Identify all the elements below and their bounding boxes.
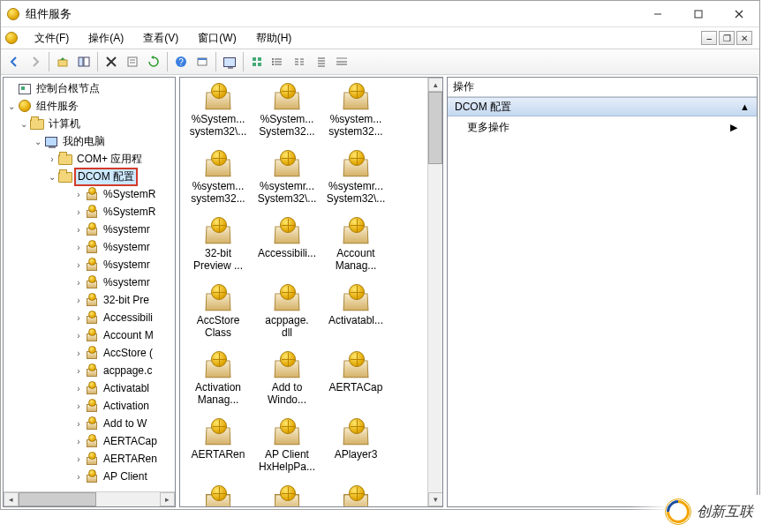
list-item[interactable]: acppage.dll — [253, 284, 321, 351]
list-item[interactable]: ActivationManag... — [184, 351, 253, 418]
twister-open-icon[interactable]: ⌄ — [32, 137, 44, 146]
tree-item[interactable]: ›AERTARen — [4, 450, 175, 468]
view-detail-icon[interactable] — [332, 52, 351, 71]
list-item[interactable] — [321, 485, 390, 506]
menu-window[interactable]: 窗口(W) — [192, 29, 241, 48]
tree-root[interactable]: 控制台根节点 — [4, 79, 175, 97]
view-small-icon[interactable] — [290, 52, 309, 71]
mdi-restore[interactable]: ❐ — [719, 31, 735, 45]
twister-open-icon[interactable]: ⌄ — [18, 119, 30, 129]
tree-item[interactable]: ›Accessibili — [4, 309, 175, 326]
twister-closed-icon[interactable]: › — [72, 366, 85, 376]
view-large-icon[interactable] — [268, 52, 288, 71]
list-item[interactable]: %system...system32... — [184, 150, 253, 217]
tree-item[interactable]: ›AP Client — [4, 468, 175, 485]
scroll-left-icon[interactable]: ◂ — [4, 492, 19, 506]
help-icon[interactable]: ? — [171, 52, 191, 71]
twister-closed-icon[interactable]: › — [72, 437, 85, 446]
nav-back[interactable] — [4, 52, 24, 71]
twister-closed-icon[interactable]: › — [72, 278, 85, 288]
list-item[interactable]: %System...System32... — [253, 83, 321, 150]
tree-comsvc[interactable]: ⌄ 组件服务 — [4, 97, 175, 115]
tree-item[interactable]: ›%systemr — [4, 256, 175, 273]
twister-closed-icon[interactable]: › — [72, 243, 85, 252]
tree-item[interactable]: ›%systemr — [4, 273, 175, 291]
list-vscrollbar[interactable]: ▴ ▾ — [427, 78, 442, 506]
tree-item[interactable]: ›Account M — [4, 326, 175, 344]
tree-dcom[interactable]: ⌄ DCOM 配置 — [4, 168, 175, 185]
tree-item[interactable]: ›acppage.c — [4, 362, 175, 379]
tree-item[interactable]: ›AERTACap — [4, 432, 175, 450]
twister-closed-icon[interactable]: › — [72, 296, 85, 305]
mdi-minimize[interactable]: ‒ — [701, 31, 717, 45]
tree-hscrollbar[interactable]: ◂ ▸ — [4, 491, 175, 506]
tree-item[interactable]: ›Activation — [4, 397, 175, 415]
twister-closed-icon[interactable]: › — [72, 454, 85, 464]
list-item[interactable]: AERTACap — [321, 351, 390, 418]
list-item[interactable]: Add toWindo... — [253, 351, 321, 418]
list-item[interactable]: %System...system32\... — [184, 83, 253, 150]
close-button[interactable] — [719, 1, 759, 27]
tree-complus[interactable]: › COM+ 应用程 — [4, 150, 175, 168]
collapse-icon[interactable]: ▲ — [740, 101, 750, 112]
twister-closed-icon[interactable]: › — [72, 190, 85, 199]
scroll-track[interactable] — [19, 492, 160, 506]
scroll-thumb[interactable] — [428, 92, 442, 164]
properties-icon[interactable] — [123, 52, 142, 71]
list-item[interactable]: AccStoreClass — [184, 284, 253, 351]
menu-action[interactable]: 操作(A) — [83, 29, 129, 48]
twister-closed-icon[interactable]: › — [72, 207, 85, 217]
list-item[interactable]: AERTARen — [184, 418, 253, 485]
list-item[interactable]: APlayer3 — [321, 418, 390, 485]
tree-item[interactable]: ›%SystemR — [4, 185, 175, 203]
view-status-icon[interactable] — [247, 52, 267, 71]
twister-closed-icon[interactable]: › — [72, 472, 85, 482]
menu-help[interactable]: 帮助(H) — [251, 29, 298, 48]
scroll-down-icon[interactable]: ▾ — [428, 492, 443, 506]
menu-file[interactable]: 文件(F) — [29, 29, 74, 48]
tree[interactable]: 控制台根节点 ⌄ 组件服务 ⌄ 计算机 ⌄ 我的电脑 — [4, 78, 175, 491]
window-list-icon[interactable] — [192, 52, 212, 71]
actions-more[interactable]: 更多操作 ▶ — [448, 116, 757, 138]
tree-item[interactable]: ›%systemr — [4, 238, 175, 256]
twister-closed-icon[interactable]: › — [72, 401, 85, 411]
list-item[interactable]: %systemr...System32\... — [253, 150, 321, 217]
delete-icon[interactable] — [102, 52, 121, 71]
tree-mypc[interactable]: ⌄ 我的电脑 — [4, 132, 175, 150]
twister-closed-icon[interactable]: › — [72, 348, 85, 358]
scroll-track[interactable] — [428, 92, 442, 492]
tree-item[interactable]: ›AccStore ( — [4, 344, 175, 362]
computer-icon[interactable] — [220, 52, 239, 71]
menu-view[interactable]: 查看(V) — [138, 29, 184, 48]
minimize-button[interactable] — [638, 1, 678, 27]
list-item[interactable]: Activatabl... — [321, 284, 390, 351]
nav-forward[interactable] — [26, 52, 45, 71]
tree-item[interactable]: ›%SystemR — [4, 203, 175, 221]
list-item[interactable]: %systemr...System32\... — [321, 150, 390, 217]
twister-closed-icon[interactable]: › — [72, 260, 85, 270]
twister-closed-icon[interactable]: › — [72, 419, 85, 429]
twister-closed-icon[interactable]: › — [72, 225, 85, 235]
up-icon[interactable] — [53, 52, 72, 71]
tree-item[interactable]: ›Activatabl — [4, 379, 175, 397]
tree-item[interactable]: ›32-bit Pre — [4, 291, 175, 309]
scroll-thumb[interactable] — [19, 492, 96, 506]
scroll-up-icon[interactable]: ▴ — [428, 78, 443, 92]
maximize-button[interactable] — [678, 1, 719, 27]
list-item[interactable]: AP ClientHxHelpPa... — [253, 418, 321, 485]
scroll-right-icon[interactable]: ▸ — [160, 492, 175, 506]
refresh-icon[interactable] — [144, 52, 163, 71]
list-item[interactable]: AccountManag... — [321, 217, 390, 284]
twister-closed-icon[interactable]: › — [72, 331, 85, 341]
list-item[interactable] — [253, 485, 321, 506]
list-item[interactable] — [184, 485, 253, 506]
twister-closed-icon[interactable]: › — [72, 384, 85, 393]
twister-open-icon[interactable]: ⌄ — [5, 101, 18, 111]
list-item[interactable]: 32-bitPreview ... — [184, 217, 253, 284]
actions-selected[interactable]: DCOM 配置 ▲ — [448, 97, 757, 116]
mdi-close[interactable]: ✕ — [736, 31, 752, 45]
tree-item[interactable]: ›Add to W — [4, 415, 175, 432]
icon-list[interactable]: %System...system32\...%System...System32… — [180, 78, 427, 506]
list-item[interactable]: %system...system32... — [321, 83, 390, 150]
tree-computers[interactable]: ⌄ 计算机 — [4, 115, 175, 132]
